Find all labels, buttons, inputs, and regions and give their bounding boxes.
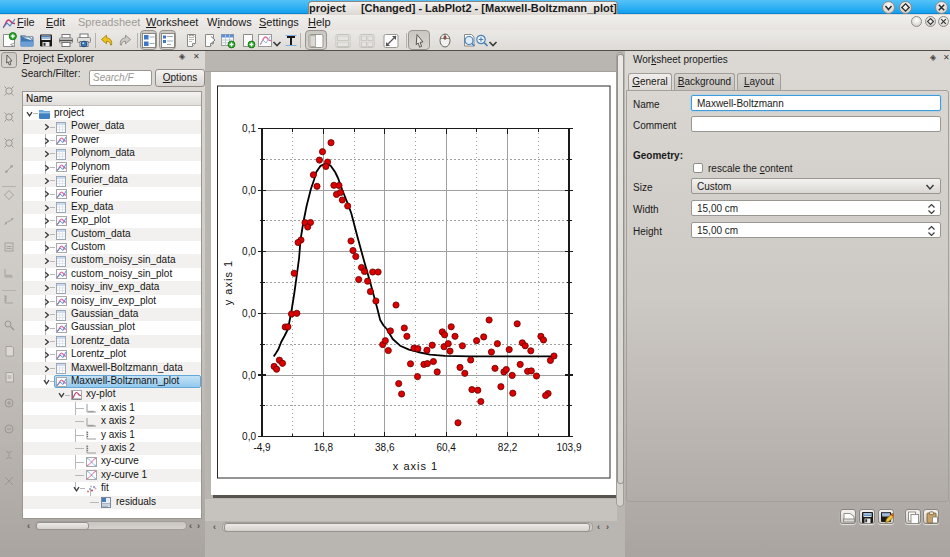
svg-text:y axis 1: y axis 1 <box>222 260 234 305</box>
svg-text:-4,9: -4,9 <box>253 442 271 453</box>
svg-text:103,9: 103,9 <box>556 442 581 453</box>
svg-text:0,1: 0,1 <box>242 123 256 134</box>
svg-text:16,8: 16,8 <box>314 442 334 453</box>
svg-text:0,0: 0,0 <box>242 308 256 319</box>
svg-text:0,0: 0,0 <box>242 246 256 257</box>
svg-text:0,0: 0,0 <box>242 431 256 442</box>
svg-text:60,4: 60,4 <box>436 442 456 453</box>
svg-text:0,0: 0,0 <box>242 370 256 381</box>
svg-text:0,0: 0,0 <box>242 185 256 196</box>
svg-text:82,2: 82,2 <box>498 442 518 453</box>
svg-text:x axis 1: x axis 1 <box>393 460 438 472</box>
svg-text:38,6: 38,6 <box>375 442 395 453</box>
